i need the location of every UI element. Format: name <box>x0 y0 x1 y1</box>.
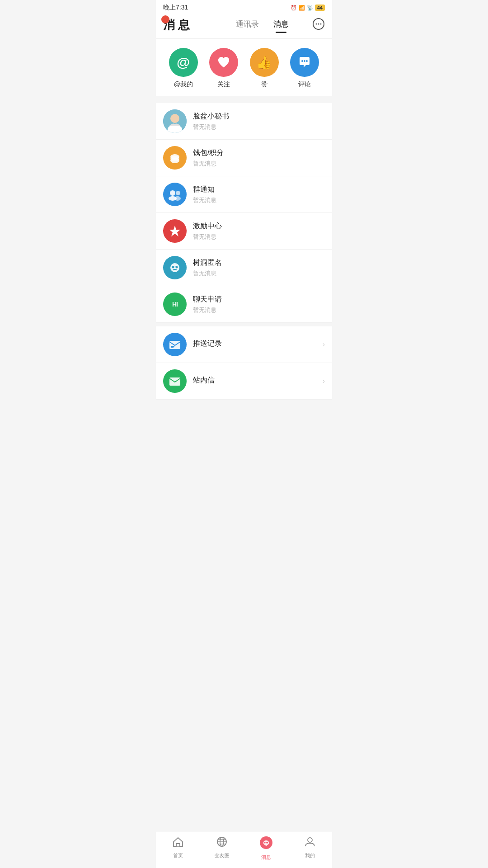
like-icon: 👍 <box>250 48 279 77</box>
comment-label: 评论 <box>298 80 311 89</box>
svg-point-37 <box>265 842 267 844</box>
battery-icon: 44 <box>315 5 325 11</box>
message-title: 脸盆小秘书 <box>193 112 325 121</box>
chat-bubble-icon[interactable] <box>312 18 325 33</box>
message-subtitle: 暂无消息 <box>193 269 325 278</box>
nav-messages-label: 消息 <box>261 854 271 861</box>
status-icons: ⏰ 📶 📡 44 <box>291 5 325 11</box>
message-title: 钱包/积分 <box>193 148 325 158</box>
message-title: 站内信 <box>193 376 323 385</box>
message-title: 聊天申请 <box>193 295 325 304</box>
svg-point-38 <box>267 842 268 844</box>
chevron-right-icon: › <box>323 377 325 385</box>
message-subtitle: 暂无消息 <box>193 306 325 314</box>
avatar <box>163 219 187 243</box>
message-content: 聊天申请 暂无消息 <box>193 295 325 314</box>
home-icon <box>172 836 184 850</box>
like-label: 赞 <box>261 80 267 89</box>
svg-rect-24 <box>175 266 177 267</box>
nav-home[interactable]: 首页 <box>156 836 200 861</box>
main-content: @ @我的 关注 👍 赞 <box>156 39 332 431</box>
svg-point-8 <box>306 60 308 62</box>
header-tabs: 通讯录 消息 <box>236 18 325 33</box>
svg-point-15 <box>170 190 175 196</box>
message-content: 钱包/积分 暂无消息 <box>193 148 325 168</box>
status-bar: 晚上7:31 ⏰ 📶 📡 44 <box>156 0 332 14</box>
avatar <box>163 109 187 133</box>
bottom-nav: 首页 交友圈 消息 <box>156 832 332 868</box>
header: 消 息 通讯录 消息 <box>156 14 332 39</box>
svg-point-16 <box>176 191 180 195</box>
list-item[interactable]: 群通知 暂无消息 <box>156 176 332 213</box>
message-subtitle: 暂无消息 <box>193 233 325 241</box>
svg-point-36 <box>264 842 265 844</box>
svg-point-2 <box>318 23 319 24</box>
status-time: 晚上7:31 <box>163 4 188 12</box>
svg-point-6 <box>301 60 303 62</box>
follow-label: 关注 <box>217 80 230 89</box>
list-item[interactable]: 推送记录 › <box>156 326 332 363</box>
avatar <box>163 333 187 356</box>
tab-contacts[interactable]: 通讯录 <box>236 19 259 31</box>
nav-social[interactable]: 交友圈 <box>200 836 244 861</box>
at-me-icon: @ <box>169 48 198 77</box>
comment-icon <box>290 48 319 77</box>
nav-messages[interactable]: 消息 <box>244 836 288 861</box>
messages-icon <box>259 836 273 852</box>
avatar <box>163 369 187 393</box>
message-content: 站内信 <box>193 376 323 387</box>
svg-point-1 <box>316 23 317 24</box>
message-content: 群通知 暂无消息 <box>193 185 325 204</box>
chevron-right-icon: › <box>323 340 325 349</box>
svg-point-18 <box>174 196 181 201</box>
svg-point-3 <box>320 23 322 24</box>
nav-profile-label: 我的 <box>305 852 315 859</box>
svg-point-10 <box>170 114 179 123</box>
svg-point-7 <box>304 60 305 62</box>
quick-actions: @ @我的 关注 👍 赞 <box>156 39 332 96</box>
profile-icon <box>304 836 316 850</box>
list-item[interactable]: 激励中心 暂无消息 <box>156 213 332 250</box>
message-content: 推送记录 <box>193 339 323 350</box>
social-icon <box>216 836 228 850</box>
svg-rect-29 <box>176 844 180 846</box>
message-subtitle: 暂无消息 <box>193 123 325 131</box>
wifi-icon: 📡 <box>307 5 313 11</box>
message-subtitle: 暂无消息 <box>193 160 325 168</box>
list-item[interactable]: 脸盆小秘书 暂无消息 <box>156 103 332 140</box>
follow-icon <box>209 48 238 77</box>
avatar <box>163 183 187 206</box>
quick-action-comment[interactable]: 评论 <box>290 48 319 89</box>
tab-messages[interactable]: 消息 <box>273 19 289 31</box>
app-title: 消 息 <box>163 17 190 33</box>
message-title: 群通知 <box>193 185 325 194</box>
nav-home-label: 首页 <box>173 852 183 859</box>
message-subtitle: 暂无消息 <box>193 196 325 204</box>
avatar <box>163 146 187 170</box>
message-title: 树洞匿名 <box>193 258 325 268</box>
quick-action-at-me[interactable]: @ @我的 <box>169 48 198 89</box>
at-me-label: @我的 <box>174 80 193 89</box>
list-item[interactable]: 站内信 › <box>156 363 332 400</box>
message-list: 脸盆小秘书 暂无消息 钱包/积分 暂无消息 <box>156 103 332 400</box>
quick-action-like[interactable]: 👍 赞 <box>250 48 279 89</box>
message-content: 脸盆小秘书 暂无消息 <box>193 112 325 131</box>
list-item[interactable]: HI 聊天申请 暂无消息 <box>156 286 332 323</box>
svg-marker-19 <box>169 226 180 236</box>
message-content: 树洞匿名 暂无消息 <box>193 258 325 278</box>
alarm-icon: ⏰ <box>291 5 297 11</box>
svg-point-39 <box>308 838 312 842</box>
list-item[interactable]: 钱包/积分 暂无消息 <box>156 140 332 176</box>
avatar <box>163 256 187 279</box>
list-item[interactable]: 树洞匿名 暂无消息 <box>156 250 332 286</box>
quick-action-follow[interactable]: 关注 <box>209 48 238 89</box>
notification-badge <box>161 15 169 24</box>
message-content: 激励中心 暂无消息 <box>193 222 325 241</box>
nav-profile[interactable]: 我的 <box>288 836 333 861</box>
message-title: 激励中心 <box>193 222 325 231</box>
svg-point-20 <box>170 263 179 272</box>
signal-icon: 📶 <box>299 5 305 11</box>
svg-rect-23 <box>173 266 174 267</box>
nav-social-label: 交友圈 <box>215 852 230 859</box>
message-title: 推送记录 <box>193 339 323 349</box>
